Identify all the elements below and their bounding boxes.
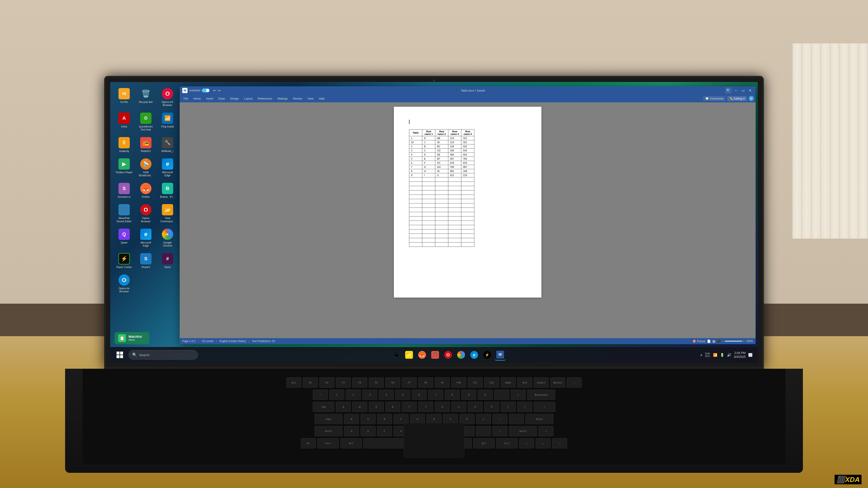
desktop-icon-razer-cortex[interactable]: ⚡ Razer Cortex	[115, 251, 134, 270]
key-home[interactable]: Home	[501, 378, 516, 388]
key-f12[interactable]: F12	[484, 378, 499, 388]
close-button[interactable]: ✕	[747, 88, 753, 94]
key-slash[interactable]: /	[492, 426, 507, 436]
key-capslock[interactable]: Caps	[314, 414, 343, 424]
taskbar-app-word-active[interactable]: W	[495, 349, 506, 360]
key-tab[interactable]: Tab	[313, 402, 334, 412]
key-rshift[interactable]: Shift	[509, 426, 537, 436]
key-left[interactable]: ←	[519, 438, 534, 449]
key-enter[interactable]: Enter	[525, 414, 554, 424]
systray-battery[interactable]: 🔋	[719, 352, 725, 358]
desktop-icon-sam[interactable]: 📡 SAM Broadcast...	[136, 157, 155, 179]
zoom-slider[interactable]	[725, 341, 742, 341]
titlebar-icon-undo[interactable]: ↩	[213, 89, 216, 93]
key-right[interactable]: →	[552, 438, 567, 449]
key-insert[interactable]: Insert	[534, 378, 549, 388]
view-mode-icon[interactable]: 📄	[707, 339, 711, 343]
key-lbracket[interactable]: [	[501, 402, 516, 412]
key-f5[interactable]: F5	[369, 378, 384, 388]
key-w[interactable]: W	[352, 402, 367, 412]
titlebar-icon-redo[interactable]: ↪	[218, 89, 220, 93]
desktop-icon-opera-gx[interactable]: O Opera GX Browser	[158, 86, 177, 109]
key-fn[interactable]: Fn	[301, 438, 316, 449]
key-esc[interactable]: Esc	[286, 378, 302, 388]
key-end[interactable]: End	[517, 378, 532, 388]
systray-language[interactable]: ENG INTL	[705, 352, 711, 358]
key-4[interactable]: 4	[379, 390, 394, 400]
word-document-area[interactable]: Table Rowname 1 Rowname 2 Rowname 3 Rown…	[180, 102, 755, 338]
focus-icon[interactable]: 🎯 Focus	[692, 339, 705, 343]
taskbar-app-chrome[interactable]	[456, 349, 467, 360]
document-table[interactable]: Table Rowname 1 Rowname 2 Rowname 3 Rown…	[409, 129, 474, 247]
key-9[interactable]: 9	[461, 390, 476, 400]
taskbar-search[interactable]: 🔍 Search	[128, 350, 198, 360]
desktop-icon-slack[interactable]: # Slack	[158, 251, 177, 270]
key-s[interactable]: S	[361, 414, 376, 424]
key-down[interactable]: ↓	[535, 438, 551, 449]
key-backslash[interactable]: \	[534, 402, 555, 412]
key-t[interactable]: T	[402, 402, 417, 412]
key-alt-r[interactable]: Alt	[473, 438, 495, 449]
desktop-icon-recycle-bin[interactable]: 🗑️ Recycle Bin	[136, 86, 155, 109]
key-q[interactable]: Q	[336, 402, 351, 412]
desktop-icon-google-chrome[interactable]: ● Google Chrome	[158, 227, 177, 249]
key-up[interactable]: ↑	[538, 426, 554, 436]
key-y[interactable]: Y	[418, 402, 433, 412]
key-lshift[interactable]: Shift	[314, 426, 343, 436]
key-8[interactable]: 8	[445, 390, 460, 400]
key-l[interactable]: L	[476, 414, 491, 424]
key-minus[interactable]: -	[494, 390, 509, 400]
key-f1[interactable]: F1	[303, 378, 318, 388]
systray-volume[interactable]: 🔊	[726, 352, 732, 358]
user-avatar[interactable]: U	[749, 96, 754, 101]
key-7[interactable]: 7	[428, 390, 443, 400]
menu-review[interactable]: Review	[291, 96, 305, 101]
desktop-icon-firefox[interactable]: 🦊 Firefox	[136, 181, 155, 200]
start-button[interactable]	[115, 350, 125, 360]
key-r[interactable]: R	[385, 402, 400, 412]
taskbar-app-edge[interactable]: e	[468, 349, 480, 360]
key-f7[interactable]: F7	[402, 378, 417, 388]
minimize-button[interactable]: ─	[733, 88, 739, 94]
desktop-icon-quickbooks[interactable]: ⚙ QuickBooks Tool Hub	[136, 111, 155, 133]
menu-insert[interactable]: Insert	[204, 96, 215, 101]
key-e[interactable]: E	[369, 402, 384, 412]
menu-design[interactable]: Design	[228, 96, 241, 101]
key-o[interactable]: O	[468, 402, 483, 412]
key-j[interactable]: J	[443, 414, 458, 424]
desktop-icon-toolbox[interactable]: ▶ Toolbox Player	[115, 157, 134, 179]
restore-button[interactable]: ▭	[740, 88, 746, 94]
desktop-icon-avira[interactable]: A Avira	[115, 111, 134, 133]
key-6[interactable]: 6	[412, 390, 427, 400]
key-z[interactable]: Z	[344, 426, 359, 436]
key-c[interactable]: C	[377, 426, 392, 436]
watchlist-widget[interactable]: 📋 Watchlist Ideas	[115, 332, 149, 344]
trackpad[interactable]	[404, 423, 464, 458]
key-f10[interactable]: F10	[451, 378, 466, 388]
view-mode-icon3[interactable]: ⬛	[717, 339, 721, 343]
desktop-icon-wavepad[interactable]: 🎵 WavePad Sound Editor	[115, 202, 134, 225]
taskbar-clock[interactable]: 2:04 PM 3/4/2025	[734, 351, 746, 359]
key-3[interactable]: 3	[362, 390, 377, 400]
key-f[interactable]: F	[394, 414, 409, 424]
desktop-icon-hifile[interactable]: HI Hi.File	[115, 86, 134, 109]
key-d[interactable]: D	[377, 414, 392, 424]
desktop-icon-radiodj[interactable]: 📻 RadioDJ	[136, 135, 155, 155]
key-0[interactable]: 0	[477, 390, 493, 400]
editing-button[interactable]: ✏️ Editing ▾	[727, 96, 747, 101]
key-u[interactable]: U	[435, 402, 450, 412]
desktop-icon-braina[interactable]: B Braina : 97...	[158, 181, 177, 200]
desktop-icon-opera-air[interactable]: O Opera Air Browser	[115, 273, 134, 295]
desktop-icon-sharex[interactable]: S ShareX	[136, 251, 155, 270]
taskbar-app-razer[interactable]: ⚡	[482, 349, 493, 360]
key-ctrl[interactable]: Ctrl	[317, 438, 339, 449]
menu-file[interactable]: File	[181, 96, 190, 101]
key-a[interactable]: A	[344, 414, 359, 424]
comments-button[interactable]: 💬 Comments	[703, 96, 725, 101]
taskbar-app-media[interactable]: 🎵	[429, 349, 441, 360]
desktop-icon-qwen[interactable]: Q Qwen	[115, 227, 134, 249]
taskbar-app-opera[interactable]: O	[442, 349, 454, 360]
word-search-button[interactable]: 🔍	[725, 88, 731, 94]
key-backspace[interactable]: ←	[566, 378, 582, 388]
desktop-icon-total-cmd[interactable]: 📂 Total Command...	[158, 202, 177, 225]
